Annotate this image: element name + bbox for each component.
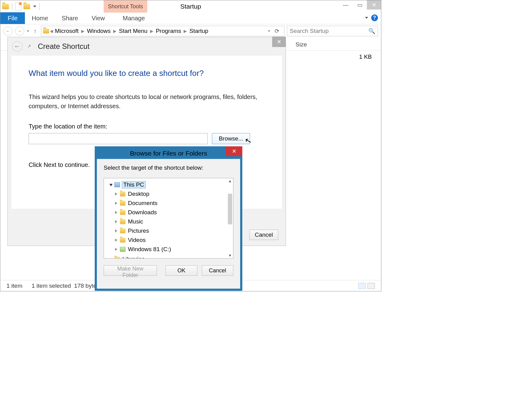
tree-item-desktop[interactable]: Desktop [105, 189, 232, 199]
search-placeholder: Search Startup [290, 28, 329, 34]
qat-dropdown-icon[interactable] [33, 6, 36, 7]
folder-icon [120, 192, 125, 196]
breadcrumb-part[interactable]: Start Menu [119, 28, 148, 34]
search-icon: 🔍 [368, 28, 375, 34]
tree-item-c-drive[interactable]: Windows 81 (C:) [105, 245, 232, 254]
wizard-heading: What item would you like to create a sho… [29, 69, 265, 78]
ok-button[interactable]: OK [165, 265, 197, 276]
location-label: Type the location of the item: [29, 123, 265, 130]
folder-icon [120, 201, 125, 206]
contextual-tab-shortcut-tools: Shortcut Tools [104, 0, 147, 13]
up-button[interactable]: ↑ [32, 28, 38, 34]
wizard-description: This wizard helps you to create shortcut… [29, 92, 262, 111]
new-item-icon[interactable] [15, 2, 22, 10]
expand-icon[interactable] [115, 248, 118, 251]
scroll-down-icon[interactable]: ▼ [228, 253, 232, 258]
separator [12, 3, 12, 10]
status-selected: 1 item selected 178 bytes [32, 283, 100, 289]
folder-tree: This PC Desktop Documents Downloads [104, 178, 233, 259]
folder-icon[interactable] [23, 4, 30, 9]
address-dropdown-icon[interactable] [268, 30, 270, 32]
manage-tab[interactable]: Manage [116, 12, 152, 24]
tree-item-documents[interactable]: Documents [105, 199, 232, 208]
breadcrumb-part[interactable]: Microsoft [55, 28, 79, 34]
window-controls: — ▭ ✕ [339, 0, 381, 10]
chevron-right-icon: ▶ [112, 29, 118, 34]
wizard-header: ← ↗ Create Shortcut [8, 37, 286, 56]
window-title: Startup [0, 0, 381, 13]
drive-icon [120, 247, 125, 252]
history-dropdown-icon[interactable] [27, 30, 29, 32]
tree-scrollbar[interactable]: ▲ ▼ [227, 178, 233, 258]
share-tab[interactable]: Share [55, 12, 85, 24]
expand-icon[interactable] [109, 184, 113, 187]
libraries-icon [114, 257, 120, 259]
breadcrumb-part[interactable]: Windows [87, 28, 111, 34]
close-button[interactable]: ✕ [367, 0, 381, 10]
expand-icon[interactable] [115, 211, 118, 214]
browse-instruction: Select the target of the shortcut below: [104, 164, 233, 171]
separator [39, 3, 40, 10]
ribbon-collapse-icon[interactable] [365, 17, 368, 19]
tree-item-downloads[interactable]: Downloads [105, 208, 232, 217]
location-input[interactable] [29, 133, 208, 144]
forward-button[interactable]: → [15, 26, 24, 36]
status-item-count: 1 item [6, 283, 22, 289]
folder-icon [120, 228, 125, 233]
back-button[interactable]: ← [3, 26, 13, 36]
wizard-close-button[interactable]: ✕ [272, 37, 286, 47]
expand-icon[interactable] [115, 220, 118, 223]
scroll-thumb[interactable] [228, 194, 232, 224]
search-input[interactable]: Search Startup 🔍 [287, 26, 378, 36]
refresh-icon[interactable]: ⟳ [275, 28, 279, 34]
folder-icon [2, 4, 9, 9]
scroll-up-icon[interactable]: ▲ [228, 179, 232, 183]
tree-item-videos[interactable]: Videos [105, 235, 232, 245]
tree-item-this-pc[interactable]: This PC [105, 180, 232, 189]
expand-icon[interactable] [115, 229, 118, 232]
cancel-button[interactable]: Cancel [202, 265, 233, 276]
ribbon-tabs: File Home Share View Manage ? [0, 13, 381, 24]
maximize-button[interactable]: ▭ [353, 0, 367, 10]
tree-item-music[interactable]: Music [105, 217, 232, 226]
expand-icon[interactable] [115, 202, 118, 205]
help-icon[interactable]: ? [371, 14, 378, 21]
quick-access-toolbar [0, 0, 41, 13]
chevron-right-icon: ▶ [80, 29, 86, 34]
browse-close-button[interactable]: ✕ [226, 146, 242, 156]
folder-icon [120, 238, 125, 243]
breadcrumb-part[interactable]: Programs [156, 28, 181, 34]
wizard-back-button[interactable]: ← [12, 41, 22, 52]
make-new-folder-button[interactable]: Make New Folder [104, 265, 157, 276]
wizard-title: Create Shortcut [38, 42, 89, 51]
wizard-cancel-button[interactable]: Cancel [249, 230, 278, 240]
browse-title: Browse for Files or Folders [97, 148, 240, 159]
tree-item-pictures[interactable]: Pictures [105, 226, 232, 235]
chevron-right-icon: ▶ [182, 29, 188, 34]
shortcut-icon: ↗ [27, 44, 33, 49]
folder-icon [120, 210, 125, 215]
folder-icon [120, 219, 125, 224]
address-bar[interactable]: « Microsoft ▶ Windows ▶ Start Menu ▶ Pro… [41, 26, 284, 36]
folder-icon [43, 29, 49, 34]
pc-icon [114, 182, 120, 187]
view-tab[interactable]: View [85, 12, 112, 24]
breadcrumb-part[interactable]: Startup [189, 28, 208, 34]
browse-dialog: Browse for Files or Folders ✕ Select the… [95, 146, 242, 291]
minimize-button[interactable]: — [339, 0, 353, 10]
file-tab[interactable]: File [0, 12, 25, 24]
expand-icon[interactable] [115, 239, 118, 242]
home-tab[interactable]: Home [25, 12, 55, 24]
tree-item-libraries[interactable]: Libraries [105, 255, 232, 259]
chevron-right-icon: ▶ [149, 29, 155, 34]
details-view-button[interactable] [358, 283, 366, 289]
titlebar: Shortcut Tools Startup — ▭ ✕ [0, 0, 381, 13]
breadcrumb-overflow[interactable]: « [50, 28, 54, 34]
thumbnails-view-button[interactable] [367, 283, 375, 289]
expand-icon[interactable] [115, 192, 118, 196]
browse-button[interactable]: Browse... [212, 133, 250, 144]
navigation-bar: ← → ↑ « Microsoft ▶ Windows ▶ Start Menu… [0, 24, 381, 38]
